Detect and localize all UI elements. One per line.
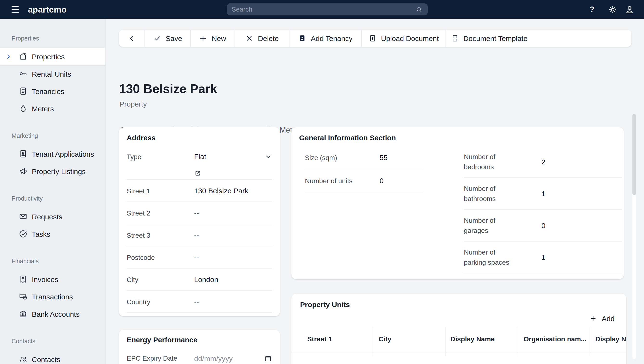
chevron-left-icon bbox=[128, 34, 136, 43]
plus-icon bbox=[590, 315, 597, 322]
document-icon bbox=[18, 86, 28, 96]
section-header: Marketing bbox=[0, 132, 106, 140]
address-row-type: Type Flat bbox=[127, 146, 272, 180]
address-row[interactable]: Postcode -- bbox=[127, 246, 272, 268]
sidebar-item-label: Transactions bbox=[32, 292, 73, 301]
sidebar-item-property-listings[interactable]: Property Listings bbox=[0, 162, 106, 180]
address-card: Address Type Flat Street 1 bbox=[119, 127, 280, 316]
column-header-organisation-name[interactable]: Organisation nam... bbox=[524, 335, 586, 343]
sidebar-item-label: Invoices bbox=[32, 275, 58, 283]
sidebar-item-label: Tenant Applications bbox=[32, 150, 94, 158]
section-header: Financials bbox=[0, 257, 106, 266]
external-link-icon[interactable] bbox=[194, 169, 201, 177]
info-row[interactable]: Number of garages 0 bbox=[464, 210, 622, 242]
sidebar-item-bank-accounts[interactable]: Bank Accounts bbox=[0, 305, 106, 322]
document-template-button[interactable]: Document Template bbox=[446, 30, 532, 47]
chevron-right-icon bbox=[5, 53, 12, 60]
calendar-icon[interactable] bbox=[264, 354, 272, 362]
sidebar-item-requests[interactable]: Requests bbox=[0, 208, 106, 225]
sidebar-section-financials: Financials Invoices Transactions Bank Ac… bbox=[0, 257, 106, 322]
info-row[interactable]: Number of parking spaces 1 bbox=[464, 242, 622, 273]
address-row[interactable]: Street 2 -- bbox=[127, 202, 272, 224]
epc-date-value[interactable]: dd/mm/yyyy bbox=[194, 354, 233, 362]
tenancy-card-icon bbox=[298, 34, 306, 43]
property-units-card: Property Units Add Street 1 City Display… bbox=[292, 294, 626, 364]
delete-button[interactable]: Delete bbox=[234, 30, 289, 47]
record-toolbar: Save New Delete Add Tenancy Uplo bbox=[119, 30, 632, 47]
column-header-display-name-2[interactable]: Display Name bbox=[595, 335, 626, 343]
applicant-document-icon bbox=[18, 149, 28, 159]
scrollbar[interactable] bbox=[632, 114, 636, 359]
column-header-street1[interactable]: Street 1 bbox=[307, 335, 332, 343]
global-search[interactable] bbox=[227, 3, 428, 16]
scrollbar-thumb[interactable] bbox=[632, 114, 636, 195]
x-icon bbox=[246, 34, 254, 43]
droplet-icon bbox=[18, 104, 28, 113]
sidebar-item-label: Bank Accounts bbox=[32, 310, 80, 318]
column-header-city[interactable]: City bbox=[378, 335, 391, 343]
sidebar-item-meters[interactable]: Meters bbox=[0, 100, 106, 117]
epc-expiry-row[interactable]: EPC Expiry Date dd/mm/yyyy bbox=[127, 348, 272, 364]
field-value: -- bbox=[194, 209, 199, 217]
check-icon bbox=[153, 34, 161, 43]
search-input[interactable] bbox=[232, 6, 415, 13]
app-window: apartemo ? Properties bbox=[0, 0, 644, 364]
bank-icon bbox=[18, 309, 28, 319]
info-row[interactable]: Number of bedrooms 2 bbox=[464, 146, 622, 178]
back-button[interactable] bbox=[119, 30, 144, 47]
address-row[interactable]: Street 1 130 Belsize Park bbox=[127, 180, 272, 202]
field-value: 2 bbox=[542, 158, 546, 166]
field-label: Size (sqm) bbox=[305, 154, 380, 161]
search-icon[interactable] bbox=[415, 6, 423, 13]
app-logo: apartemo bbox=[28, 5, 67, 15]
help-icon[interactable]: ? bbox=[587, 4, 597, 15]
home-icon bbox=[18, 52, 28, 61]
field-value: -- bbox=[194, 253, 199, 261]
user-icon[interactable] bbox=[624, 4, 635, 15]
field-label: Street 1 bbox=[127, 187, 194, 195]
sidebar-item-transactions[interactable]: Transactions bbox=[0, 288, 106, 305]
main-content: Save New Delete Add Tenancy Uplo bbox=[106, 19, 644, 364]
section-header: Contacts bbox=[0, 337, 106, 346]
units-table-header: Street 1 City Display Name Organisation … bbox=[292, 327, 626, 352]
add-tenancy-label: Add Tenancy bbox=[311, 34, 352, 43]
sidebar-section-productivity: Productivity Requests Tasks bbox=[0, 194, 106, 242]
check-circle-icon bbox=[18, 229, 28, 239]
sidebar-item-properties[interactable]: Properties bbox=[0, 48, 106, 65]
add-tenancy-button[interactable]: Add Tenancy bbox=[289, 30, 361, 47]
sidebar-section-contacts: Contacts Contacts bbox=[0, 337, 106, 364]
gear-icon[interactable] bbox=[608, 4, 618, 15]
address-row[interactable]: Country -- bbox=[127, 291, 272, 313]
sidebar-item-tenancies[interactable]: Tenancies bbox=[0, 83, 106, 100]
sidebar-item-label: Tenancies bbox=[32, 87, 64, 95]
save-label: Save bbox=[166, 34, 182, 43]
upload-document-button[interactable]: Upload Document bbox=[361, 30, 446, 47]
sidebar-item-contacts[interactable]: Contacts bbox=[0, 350, 106, 364]
chevron-down-icon[interactable] bbox=[264, 153, 272, 160]
address-row[interactable]: Street 3 -- bbox=[127, 224, 272, 246]
sidebar-item-invoices[interactable]: Invoices bbox=[0, 270, 106, 288]
info-row[interactable]: Size (sqm) 55 bbox=[305, 146, 423, 169]
field-label: Number of bedrooms bbox=[464, 152, 542, 172]
address-row[interactable]: City London bbox=[127, 268, 272, 291]
add-unit-button[interactable]: Add bbox=[590, 314, 614, 322]
type-select-value[interactable]: Flat bbox=[194, 152, 206, 161]
address-card-title: Address bbox=[127, 134, 272, 142]
field-label: Country bbox=[127, 298, 194, 305]
info-row[interactable]: Number of units 0 bbox=[305, 169, 423, 192]
upload-document-icon bbox=[368, 34, 377, 43]
field-label: Number of parking spaces bbox=[464, 247, 542, 267]
new-button[interactable]: New bbox=[190, 30, 234, 47]
sidebar-item-tenant-applications[interactable]: Tenant Applications bbox=[0, 145, 106, 162]
sidebar-item-tasks[interactable]: Tasks bbox=[0, 225, 106, 242]
sidebar-item-label: Property Listings bbox=[32, 167, 86, 175]
hamburger-menu-icon[interactable] bbox=[12, 6, 19, 13]
info-row[interactable]: Number of bathrooms 1 bbox=[464, 178, 622, 210]
save-button[interactable]: Save bbox=[144, 30, 190, 47]
document-template-label: Document Template bbox=[463, 34, 528, 43]
column-header-display-name[interactable]: Display Name bbox=[450, 335, 495, 343]
general-information-title: General Information Section bbox=[299, 134, 616, 142]
field-label: City bbox=[127, 275, 194, 283]
sidebar-item-rental-units[interactable]: Rental Units bbox=[0, 65, 106, 83]
section-header: Productivity bbox=[0, 194, 106, 203]
